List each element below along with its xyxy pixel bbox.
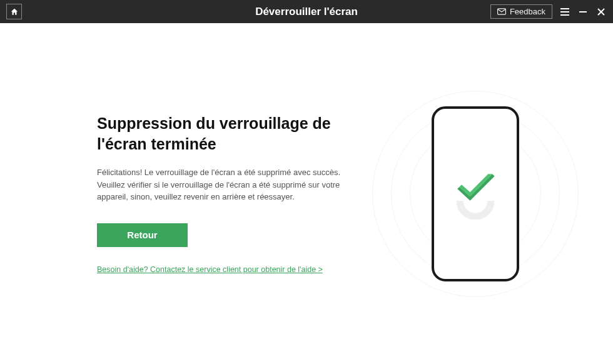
feedback-label: Feedback — [510, 7, 545, 16]
menu-icon — [560, 8, 570, 16]
close-button[interactable] — [595, 6, 607, 18]
titlebar-controls: Feedback — [490, 4, 607, 19]
minimize-button[interactable] — [577, 6, 589, 18]
close-icon — [597, 8, 605, 16]
success-heading: Suppression du verrouillage de l'écran t… — [97, 113, 335, 156]
illustration-panel — [363, 106, 588, 281]
left-panel: Suppression du verrouillage de l'écran t… — [25, 113, 363, 275]
minimize-icon — [579, 8, 587, 16]
feedback-button[interactable]: Feedback — [490, 4, 552, 19]
back-button[interactable]: Retour — [97, 223, 188, 247]
home-icon — [10, 8, 19, 16]
help-link[interactable]: Besoin d'aide? Contactez le service clie… — [97, 265, 323, 274]
phone-illustration — [432, 106, 519, 281]
titlebar: Déverrouiller l'écran Feedback — [0, 0, 613, 23]
check-icon — [454, 168, 497, 203]
menu-button[interactable] — [559, 6, 570, 18]
success-description: Félicitations! Le verrouillage de l'écra… — [97, 166, 344, 203]
main-content: Suppression du verrouillage de l'écran t… — [0, 23, 613, 364]
arc-icon — [457, 200, 494, 220]
mail-icon — [497, 8, 506, 15]
phone-screen — [454, 168, 497, 220]
home-button[interactable] — [6, 4, 22, 19]
